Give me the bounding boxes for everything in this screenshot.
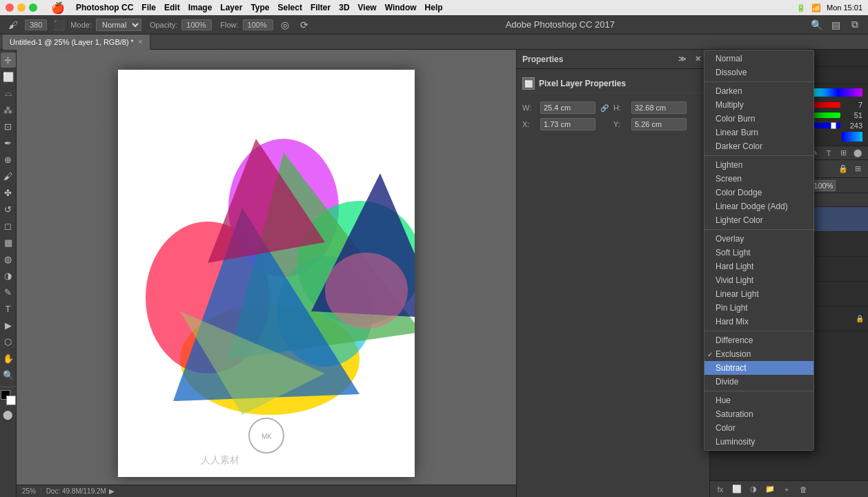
blend-divide[interactable]: Divide (704, 375, 813, 389)
menu-edit[interactable]: Edit (164, 3, 180, 12)
pen-tool[interactable]: ✎ (1, 284, 16, 300)
blend-saturation[interactable]: Saturation (704, 407, 813, 421)
menu-window[interactable]: Window (385, 3, 417, 12)
blend-linear-burn[interactable]: Linear Burn (704, 126, 813, 139)
adjustment-icon[interactable]: ◑ (747, 483, 760, 496)
brush-tool[interactable]: 🖌 (1, 168, 16, 184)
mode-select[interactable]: Normal (96, 19, 141, 31)
blend-multiply[interactable]: Multiply (704, 98, 813, 112)
menu-help[interactable]: Help (425, 3, 443, 12)
blend-overlay[interactable]: Overlay (704, 232, 813, 246)
lasso-tool[interactable]: ⌓ (1, 86, 16, 101)
path-icon-2[interactable]: T (822, 147, 835, 159)
blend-color-dodge[interactable]: Color Dodge (704, 186, 813, 199)
blend-pin-light[interactable]: Pin Light (704, 301, 813, 315)
blend-color-burn[interactable]: Color Burn (704, 112, 813, 126)
close-button[interactable] (6, 3, 14, 12)
brush-size-field[interactable]: 380 (25, 19, 47, 30)
current-color-swatch[interactable] (842, 132, 862, 142)
opacity-input[interactable] (811, 180, 836, 191)
blend-color[interactable]: Color (704, 421, 813, 435)
new-layer-icon[interactable]: + (780, 483, 793, 496)
blend-luminosity[interactable]: Luminosity (704, 435, 813, 449)
quick-mask-tool[interactable]: ⬤ (1, 407, 16, 422)
w-field[interactable] (540, 101, 595, 114)
layers-icon-1[interactable]: 🔒 (837, 163, 849, 175)
menu-image[interactable]: Image (188, 3, 213, 12)
properties-close-icon[interactable]: ✕ (691, 53, 704, 66)
history-brush-tool[interactable]: ↺ (1, 202, 16, 217)
menu-select[interactable]: Select (278, 3, 302, 12)
menu-view[interactable]: View (358, 3, 377, 12)
opacity-field[interactable]: 100% (181, 19, 212, 30)
apple-menu[interactable]: 🍎 (51, 1, 65, 14)
blend-normal[interactable]: Normal (704, 52, 813, 66)
x-field[interactable] (540, 118, 595, 130)
menu-3d[interactable]: 3D (339, 3, 349, 12)
blend-soft-light[interactable]: Soft Light (704, 246, 813, 260)
flow-field[interactable]: 100% (243, 19, 273, 30)
type-tool[interactable]: T (1, 301, 16, 316)
blend-lighten[interactable]: Lighten (704, 158, 813, 172)
slider-thumb-3[interactable] (831, 122, 836, 129)
blend-difference[interactable]: Difference (704, 333, 813, 347)
arrow-icon[interactable]: ▶ (109, 487, 115, 495)
panel-toggle-icon[interactable]: ▤ (828, 17, 843, 32)
document-tab[interactable]: Untitled-1 @ 25% (Layer 1, RGB/8) * ✕ (3, 35, 150, 50)
y-field[interactable] (631, 118, 687, 130)
add-style-icon[interactable]: fx (714, 483, 727, 496)
zoom-tool[interactable]: 🔍 (1, 367, 16, 382)
maximize-button[interactable] (29, 3, 37, 12)
dodge-tool[interactable]: ◑ (1, 268, 16, 283)
blend-darken[interactable]: Darken (704, 84, 813, 98)
healing-brush-tool[interactable]: ⊕ (1, 152, 16, 167)
group-icon[interactable]: 📁 (764, 483, 776, 496)
brush-preset-icon[interactable]: ⬛ (51, 17, 66, 32)
blend-dissolve[interactable]: Dissolve (704, 66, 813, 79)
crop-tool[interactable]: ⊡ (1, 119, 16, 134)
blend-vivid-light[interactable]: Vivid Light (704, 273, 813, 287)
blend-hard-light[interactable]: Hard Light (704, 260, 813, 273)
menu-type[interactable]: Type (250, 3, 269, 12)
menu-layer[interactable]: Layer (220, 3, 242, 12)
path-icon-3[interactable]: ⊞ (837, 147, 849, 159)
path-icon-4[interactable]: ⬤ (851, 147, 864, 159)
smoothing-icon[interactable]: ⟳ (297, 17, 312, 32)
blur-tool[interactable]: ◍ (1, 251, 16, 266)
menu-file[interactable]: File (141, 3, 156, 12)
clone-stamp-tool[interactable]: ✤ (1, 185, 16, 200)
menu-photoshop[interactable]: Photoshop CC (76, 3, 133, 12)
blend-linear-dodge[interactable]: Linear Dodge (Add) (704, 199, 813, 213)
gradient-tool[interactable]: ▦ (1, 235, 16, 250)
path-selection-tool[interactable]: ▶ (1, 318, 16, 333)
minimize-button[interactable] (17, 3, 26, 12)
move-tool[interactable]: ✛ (1, 52, 16, 68)
properties-expand-icon[interactable]: ≫ (676, 53, 689, 66)
blend-lighter-color[interactable]: Lighter Color (704, 213, 813, 227)
blend-subtract[interactable]: Subtract (704, 361, 813, 375)
h-field[interactable] (631, 101, 687, 114)
magic-wand-tool[interactable]: ⁂ (1, 102, 16, 117)
search-icon[interactable]: 🔍 (809, 17, 824, 32)
blend-linear-light[interactable]: Linear Light (704, 287, 813, 301)
blend-screen[interactable]: Screen (704, 172, 813, 186)
link-icon[interactable]: 🔗 (600, 103, 609, 113)
blend-hard-mix[interactable]: Hard Mix (704, 315, 813, 329)
color-swatches[interactable] (1, 390, 16, 405)
window-controls[interactable] (6, 3, 37, 12)
brush-tool-icon[interactable]: 🖌 (6, 17, 21, 32)
arrange-icon[interactable]: ⧉ (847, 17, 862, 32)
hand-tool[interactable]: ✋ (1, 351, 16, 366)
delete-layer-icon[interactable]: 🗑 (797, 483, 809, 496)
layers-icon-2[interactable]: ⊞ (851, 163, 864, 175)
shape-tool[interactable]: ⬡ (1, 334, 16, 349)
airbrush-icon[interactable]: ◎ (277, 17, 293, 32)
eraser-tool[interactable]: ◻ (1, 218, 16, 233)
menu-filter[interactable]: Filter (310, 3, 331, 12)
tab-close-icon[interactable]: ✕ (137, 38, 143, 46)
eyedropper-tool[interactable]: ✒ (1, 135, 16, 150)
blend-hue[interactable]: Hue (704, 393, 813, 407)
blend-darker-color[interactable]: Darker Color (704, 139, 813, 153)
marquee-tool[interactable]: ⬜ (1, 69, 16, 84)
blend-exclusion[interactable]: Exclusion (704, 347, 813, 361)
